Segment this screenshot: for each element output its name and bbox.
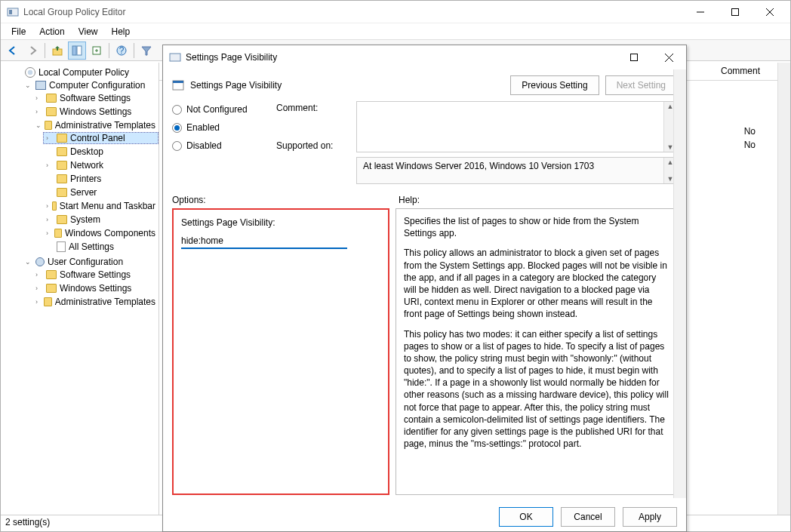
tree-label: Windows Settings [60,106,131,117]
tree-cc-admin[interactable]: ⌄Administrative Templates [32,119,159,131]
dialog-title: Settings Page Visibility [186,52,617,63]
export-button[interactable] [88,42,106,60]
next-setting-button[interactable]: Next Setting [605,75,677,95]
radio-disabled[interactable]: Disabled [172,140,255,151]
tree-server[interactable]: Server [43,186,159,198]
folder-icon [52,201,57,211]
dialog-maximize-button[interactable] [617,45,651,69]
policy-icon [25,67,35,78]
setting-heading: Settings Page Visibility [190,80,282,91]
radio-label: Enabled [186,122,220,133]
radio-not-configured[interactable]: Not Configured [172,104,255,115]
svg-rect-7 [72,46,76,55]
settings-icon [57,241,66,252]
maximize-button[interactable] [718,1,753,23]
folder-icon [57,215,67,224]
folder-icon [46,284,57,293]
radio-enabled[interactable]: Enabled [172,122,255,133]
tree-printers[interactable]: Printers [43,173,159,185]
list-scrollbar[interactable] [777,63,790,515]
help-paragraph: This policy has two modes: it can either… [404,328,669,451]
dialog-scrollbar[interactable] [673,69,686,498]
options-label: Options: [172,195,399,205]
apply-button[interactable]: Apply [623,507,677,527]
dialog-body: Settings Page Visibility Previous Settin… [163,69,686,503]
tree-label: Printers [70,174,101,184]
tree-label: Start Menu and Taskbar [60,201,155,211]
forward-button[interactable] [23,42,42,60]
app-icon [7,6,19,18]
svg-rect-17 [173,81,183,83]
tree-system[interactable]: ›System [43,214,159,226]
svg-rect-1 [9,10,12,14]
tree-label: Desktop [70,146,103,157]
tree-computer-config[interactable]: ⌄Computer Configuration [22,79,159,91]
tree-all-settings[interactable]: All Settings [43,241,159,253]
tree-control-panel[interactable]: ›Control Panel [43,132,159,144]
help-paragraph: This policy allows an administrator to b… [404,247,669,320]
radio-label: Disabled [186,140,222,151]
tree-label: Server [70,187,97,198]
svg-rect-12 [170,54,180,61]
tree-pane[interactable]: Local Computer Policy ⌄Computer Configur… [1,63,159,515]
folder-icon [54,229,62,238]
menu-action[interactable]: Action [33,25,70,38]
dialog-footer: OK Cancel Apply [163,503,686,531]
up-button[interactable] [48,42,66,60]
show-hide-tree-button[interactable] [68,42,86,60]
menu-help[interactable]: Help [106,25,137,38]
folder-icon [57,147,67,156]
tree-label: Software Settings [60,269,131,280]
setting-icon [172,79,184,91]
tree-label: Windows Settings [60,283,131,294]
settings-dialog: Settings Page Visibility Settings Page V… [162,45,687,532]
tree-cc-windows[interactable]: ›Windows Settings [32,106,159,118]
folder-icon [57,174,67,183]
previous-setting-button[interactable]: Previous Setting [510,75,599,95]
main-titlebar: Local Group Policy Editor [1,1,790,23]
back-button[interactable] [4,42,22,60]
status-text: 2 setting(s) [5,517,50,527]
folder-icon [44,297,52,306]
close-button[interactable] [753,1,787,23]
tree-uc-software[interactable]: ›Software Settings [32,269,159,281]
tree-uc-windows[interactable]: ›Windows Settings [32,282,159,294]
tree-start-menu[interactable]: ›Start Menu and Taskbar [43,200,159,212]
settings-visibility-input[interactable] [181,234,347,249]
supported-label: Supported on: [276,140,335,151]
menu-file[interactable]: File [5,25,32,38]
folder-icon [57,161,67,170]
tree-uc-admin[interactable]: ›Administrative Templates [32,296,159,308]
tree-user-config[interactable]: ⌄User Configuration [22,256,159,268]
tree-label: User Configuration [48,257,123,267]
dialog-icon [169,51,181,63]
minimize-button[interactable] [683,1,718,23]
tree-desktop[interactable]: Desktop [43,146,159,158]
tree-root[interactable]: Local Computer Policy [11,66,159,78]
folder-icon [57,134,67,143]
help-paragraph: Specifies the list of pages to show or h… [404,215,669,239]
folder-icon [57,188,67,197]
help-button[interactable]: ? [112,42,131,60]
radio-label: Not Configured [186,104,248,115]
tree-cc-software[interactable]: ›Software Settings [32,92,159,104]
tree-label: Administrative Templates [55,120,155,131]
folder-icon [46,270,57,279]
dialog-close-button[interactable] [651,45,686,69]
dialog-titlebar: Settings Page Visibility [163,45,686,69]
cancel-button[interactable]: Cancel [561,507,615,527]
column-comment[interactable]: Comment [721,66,760,80]
ok-button[interactable]: OK [499,507,553,527]
comment-textarea[interactable]: ▲▼ [356,101,677,152]
help-label: Help: [399,195,420,205]
menu-view[interactable]: View [72,25,104,38]
tree-label: Network [70,160,103,171]
tree-label: System [70,214,100,225]
tree-windows-components[interactable]: ›Windows Components [43,227,159,239]
tree-network[interactable]: ›Network [43,159,159,171]
supported-text: At least Windows Server 2016, Windows 10… [363,161,594,171]
supported-on-box: At least Windows Server 2016, Windows 10… [356,157,677,184]
help-pane[interactable]: Specifies the list of pages to show or h… [396,208,677,495]
user-icon [35,257,45,266]
filter-button[interactable] [137,42,155,60]
